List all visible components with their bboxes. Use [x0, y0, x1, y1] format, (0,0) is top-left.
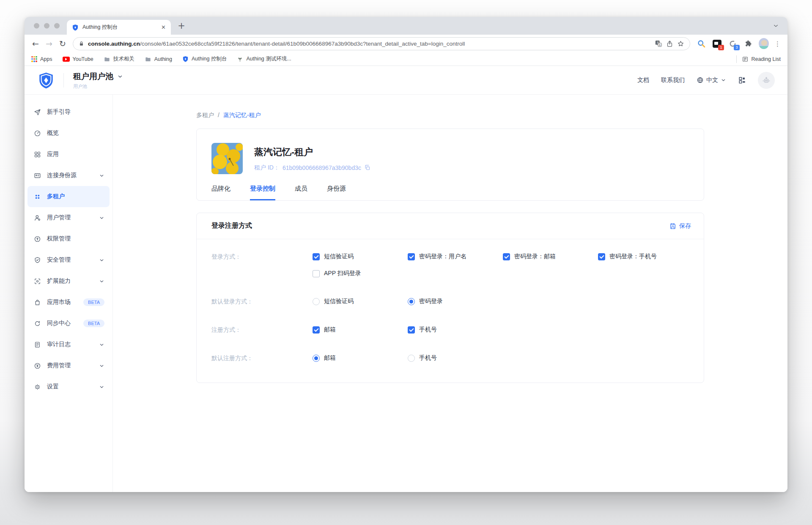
reading-list-icon — [742, 56, 749, 63]
checkbox[interactable] — [408, 253, 415, 260]
extension-badge: 1 — [718, 45, 724, 50]
reading-list-button[interactable]: Reading List — [742, 56, 781, 63]
sidebar-item-permissions[interactable]: 权限管理 — [27, 228, 110, 249]
sidebar-item-billing[interactable]: 费用管理 — [27, 355, 110, 376]
sidebar-item-onboarding[interactable]: 新手引导 — [27, 101, 110, 123]
tab-identity-sources[interactable]: 身份源 — [327, 185, 346, 200]
option-label: 邮箱 — [324, 354, 336, 362]
address-bar[interactable]: console.authing.cn/console/61ae0532ce68c… — [73, 37, 690, 50]
maximize-window-button[interactable] — [54, 23, 60, 29]
radio-option[interactable]: 手机号 — [408, 354, 503, 362]
sidebar-item-sync-center[interactable]: 同步中心 BETA — [27, 313, 110, 334]
sidebar-item-label: 概览 — [47, 129, 59, 137]
login-settings-panel: 登录注册方式 保存 登录方式： 短信验证码 密码登录： — [196, 213, 704, 383]
close-window-button[interactable] — [34, 23, 39, 29]
app-header: 租户用户池 用户池 文档 联系我们 中文 — [25, 66, 787, 95]
minimize-window-button[interactable] — [44, 23, 49, 29]
save-button[interactable]: 保存 — [669, 222, 691, 230]
sidebar-item-multi-tenant[interactable]: 多租户 — [27, 186, 110, 207]
checkbox[interactable] — [313, 253, 320, 260]
sidebar-item-label: 应用市场 — [47, 298, 71, 306]
save-icon — [669, 223, 676, 230]
option-label: APP 扫码登录 — [324, 270, 361, 277]
extensions-area: 1 3 ⋮ — [694, 38, 783, 49]
back-button[interactable]: ← — [29, 37, 42, 50]
tab-branding[interactable]: 品牌化 — [211, 185, 230, 200]
sync-extension-icon[interactable]: 3 — [727, 38, 738, 49]
bookmark-authing-console[interactable]: Authing 控制台 — [182, 55, 227, 63]
checkbox[interactable] — [503, 253, 510, 260]
docs-link[interactable]: 文档 — [637, 77, 649, 84]
breadcrumb-parent[interactable]: 多租户 — [196, 112, 214, 119]
authing-logo[interactable] — [37, 71, 55, 89]
shield-icon — [182, 56, 189, 62]
extensions-puzzle-icon[interactable] — [743, 38, 753, 49]
checkbox[interactable] — [313, 270, 320, 277]
checkbox-option[interactable]: 手机号 — [408, 326, 503, 334]
radio[interactable] — [408, 355, 415, 362]
sidebar-item-extensions[interactable]: 扩展能力 — [27, 271, 110, 292]
reload-button[interactable]: ↻ — [56, 37, 69, 50]
copy-icon[interactable] — [364, 164, 370, 171]
bookmark-label: Authing — [154, 56, 172, 62]
sidebar-item-overview[interactable]: 概览 — [27, 123, 110, 144]
chevron-down-icon — [99, 279, 104, 284]
sidebar-item-identity-sources[interactable]: 连接身份源 — [27, 165, 110, 186]
radio[interactable] — [313, 298, 320, 305]
sidebar-item-security[interactable]: 安全管理 — [27, 249, 110, 271]
checkbox[interactable] — [408, 326, 415, 334]
tab-login-control[interactable]: 登录控制 — [250, 185, 275, 200]
forward-button[interactable]: → — [42, 37, 56, 50]
chrome-menu-icon[interactable]: ⋮ — [774, 41, 781, 47]
checkbox-option[interactable]: 密码登录：手机号 — [598, 253, 693, 260]
extension-badge: 3 — [734, 45, 740, 50]
reading-list-label: Reading List — [752, 56, 781, 62]
new-tab-button[interactable]: + — [175, 19, 188, 32]
sidebar-item-settings[interactable]: 设置 — [27, 376, 110, 397]
bookmark-star-icon[interactable] — [677, 40, 684, 47]
user-avatar[interactable] — [758, 72, 775, 89]
tab-close-icon[interactable]: ✕ — [161, 24, 166, 30]
apps-qr-icon[interactable] — [738, 76, 746, 84]
sidebar-item-applications[interactable]: 应用 — [27, 144, 110, 165]
bookmark-folder-tech[interactable]: 技术相关 — [104, 55, 134, 63]
search-extension-icon[interactable] — [696, 38, 706, 49]
notification-extension-icon[interactable]: 1 — [712, 38, 722, 49]
bookmark-folder-authing[interactable]: Authing — [145, 56, 172, 63]
chevron-down-icon — [99, 215, 104, 221]
main-content: 多租户 / 蒸汽记忆-租户 蒸汽记忆-租户 租户 ID： — [113, 95, 787, 492]
breadcrumb-separator: / — [218, 112, 219, 119]
contact-link[interactable]: 联系我们 — [661, 77, 685, 84]
bookmark-youtube[interactable]: YouTube — [63, 56, 93, 62]
option-label: 手机号 — [419, 326, 437, 334]
bookmark-apps[interactable]: Apps — [31, 56, 52, 62]
userpool-switcher[interactable]: 租户用户池 用户池 — [73, 71, 123, 90]
tab-search-chevron-icon[interactable] — [773, 23, 779, 29]
checkbox-option[interactable]: 短信验证码 — [313, 253, 408, 260]
language-selector[interactable]: 中文 — [697, 77, 726, 84]
browser-tab[interactable]: Authing 控制台 ✕ — [67, 20, 171, 35]
window-controls[interactable] — [34, 23, 60, 29]
checkbox-option[interactable]: 邮箱 — [313, 326, 408, 334]
radio-option[interactable]: 短信验证码 — [313, 298, 408, 305]
user-icon — [34, 214, 41, 221]
radio-option[interactable]: 邮箱 — [313, 354, 408, 362]
checkbox-option[interactable]: APP 扫码登录 — [313, 270, 408, 277]
beta-badge: BETA — [83, 298, 104, 306]
sidebar-item-app-market[interactable]: 应用市场 BETA — [27, 292, 110, 313]
radio[interactable] — [408, 298, 415, 305]
shield-check-icon — [34, 257, 41, 264]
translate-icon[interactable]: 文A — [655, 40, 662, 47]
profile-avatar[interactable] — [759, 38, 769, 49]
radio-option[interactable]: 密码登录 — [408, 298, 503, 305]
share-icon[interactable] — [666, 40, 673, 47]
checkbox[interactable] — [598, 253, 605, 260]
checkbox-option[interactable]: 密码登录：邮箱 — [503, 253, 598, 260]
sidebar-item-user-management[interactable]: 用户管理 — [27, 207, 110, 228]
sidebar-item-audit-logs[interactable]: 审计日志 — [27, 334, 110, 355]
radio[interactable] — [313, 355, 320, 362]
checkbox[interactable] — [313, 326, 320, 334]
bookmark-authing-test[interactable]: Authing 测试环境... — [237, 55, 291, 63]
tab-members[interactable]: 成员 — [295, 185, 307, 200]
checkbox-option[interactable]: 密码登录：用户名 — [408, 253, 503, 260]
